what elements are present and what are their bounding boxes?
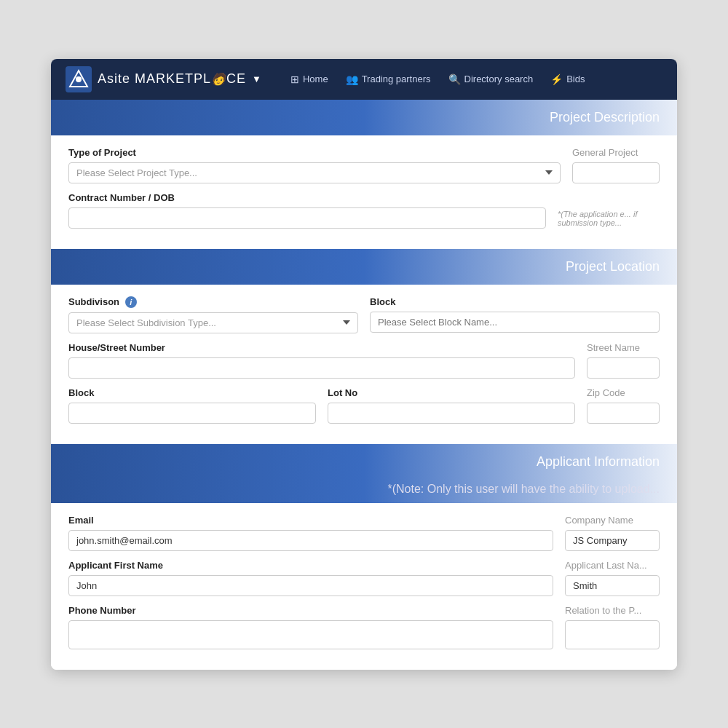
type-of-project-label: Type of Project — [68, 147, 561, 158]
phone-label: Phone Number — [68, 605, 553, 616]
general-project-label: General Project — [572, 147, 660, 158]
navbar-logo[interactable]: Asite MARKETPL🧑CE ▼ — [66, 66, 261, 92]
relation-input[interactable] — [565, 620, 660, 649]
lot-no-label: Lot No — [328, 387, 575, 398]
page-wrapper: Asite MARKETPL🧑CE ▼ ⊞ Home 👥 Trading par… — [51, 59, 677, 670]
company-name-input[interactable] — [565, 530, 660, 551]
email-input[interactable] — [68, 530, 553, 551]
svg-point-2 — [76, 76, 82, 82]
nav-bids[interactable]: ⚡ Bids — [550, 74, 585, 85]
applicant-note: *(Note: Only this user will have the abi… — [387, 483, 660, 495]
street-name-label: Street Name — [587, 342, 660, 353]
brand-name: Asite MARKETPL🧑CE — [98, 71, 246, 87]
applicant-info-form: Email Company Name Applicant First Name … — [51, 503, 677, 670]
subdivision-label: Subdivison i — [68, 296, 358, 308]
block2-input[interactable] — [68, 403, 316, 424]
house-street-label: House/Street Number — [68, 342, 575, 353]
contract-number-label: Contract Number / DOB — [68, 192, 546, 203]
project-location-header: Project Location — [51, 249, 677, 285]
nav-trading-partners-label: Trading partners — [362, 74, 431, 84]
lot-no-input[interactable] — [328, 403, 575, 424]
nav-bids-label: Bids — [566, 74, 585, 84]
email-label: Email — [68, 515, 553, 526]
phone-input[interactable] — [68, 620, 553, 649]
navbar: Asite MARKETPL🧑CE ▼ ⊞ Home 👥 Trading par… — [51, 59, 677, 100]
home-icon: ⊞ — [290, 74, 299, 85]
nav-home-label: Home — [303, 74, 328, 84]
block-name-input[interactable] — [370, 312, 660, 333]
company-name-label: Company Name — [565, 515, 660, 526]
navbar-nav: ⊞ Home 👥 Trading partners 🔍 Directory se… — [290, 74, 585, 85]
project-description-form: Type of Project Please Select Project Ty… — [51, 135, 677, 249]
contract-note: *(The application e... if submission typ… — [558, 210, 660, 229]
navbar-dropdown-arrow[interactable]: ▼ — [252, 74, 261, 84]
type-of-project-select[interactable]: Please Select Project Type... — [68, 162, 561, 183]
applicant-info-header: Applicant Information — [51, 444, 677, 480]
block-dropdown-label: Block — [370, 296, 660, 307]
relation-label: Relation to the P... — [565, 605, 660, 616]
street-name-input[interactable] — [587, 357, 660, 379]
subdivision-info-icon[interactable]: i — [125, 296, 137, 308]
block2-label: Block — [68, 387, 316, 398]
nav-trading-partners[interactable]: 👥 Trading partners — [346, 74, 431, 85]
first-name-label: Applicant First Name — [68, 560, 553, 571]
last-name-input[interactable] — [565, 575, 660, 596]
subdivision-select[interactable]: Please Select Subdivision Type... — [68, 312, 358, 333]
nav-home[interactable]: ⊞ Home — [290, 74, 328, 85]
house-street-input[interactable] — [68, 357, 575, 379]
first-name-input[interactable] — [68, 575, 553, 596]
zip-code-label: Zip Code — [587, 387, 660, 398]
nav-directory-search-label: Directory search — [464, 74, 534, 84]
bids-icon: ⚡ — [550, 74, 563, 85]
general-project-input[interactable] — [572, 162, 660, 183]
contract-number-input[interactable] — [68, 207, 546, 229]
project-description-header: Project Description — [51, 100, 677, 135]
project-location-form: Subdivison i Please Select Subdivision T… — [51, 285, 677, 444]
nav-directory-search[interactable]: 🔍 Directory search — [448, 74, 534, 85]
trading-partners-icon: 👥 — [346, 74, 358, 85]
zip-code-input[interactable] — [587, 403, 660, 424]
asite-logo-icon — [66, 66, 92, 92]
directory-search-icon: 🔍 — [448, 74, 461, 85]
last-name-label: Applicant Last Na... — [565, 560, 660, 571]
